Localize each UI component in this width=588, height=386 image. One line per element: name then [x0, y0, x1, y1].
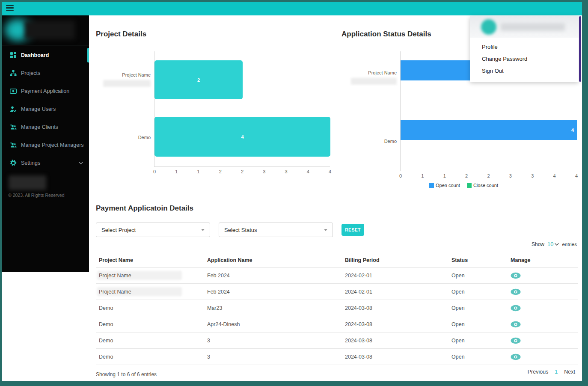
table-row: DemoApr24-Dinesh2024-03-08Open: [96, 316, 578, 333]
chevron-down-icon: [79, 162, 83, 164]
app-logo: [2, 15, 89, 45]
x-tick-label: 1: [443, 173, 446, 178]
project-name-cell: Demo: [99, 321, 113, 327]
status-cell: Open: [451, 289, 465, 295]
x-tick-label: 3: [285, 169, 287, 174]
payment-section-title: Payment Applicatoin Details: [96, 204, 193, 213]
entries-count-select[interactable]: 10: [547, 241, 559, 247]
menu-item-profile[interactable]: Profile: [470, 41, 579, 53]
view-application-button[interactable]: [511, 272, 521, 279]
legend-label: Open count: [436, 183, 460, 188]
menu-item-sign-out[interactable]: Sign Out: [470, 65, 579, 77]
project-name-cell: Demo: [99, 305, 113, 311]
application-name-cell: 3: [207, 338, 210, 344]
x-tick-label: 2: [241, 169, 244, 174]
dropdown-scrollbar[interactable]: [579, 16, 581, 82]
payment-applications-table: Project NameApplication NameBilling Peri…: [96, 253, 578, 365]
eye-icon: [511, 337, 521, 344]
previous-page-button[interactable]: Previous: [528, 369, 549, 375]
sidebar-item-label: Settings: [21, 160, 40, 166]
active-indicator: [87, 48, 89, 62]
view-application-button[interactable]: [511, 305, 521, 312]
column-header-project-name: Project Name: [99, 257, 133, 263]
current-page-button[interactable]: 1: [555, 369, 558, 375]
x-tick-label: 4: [553, 173, 556, 178]
application-name-cell: Mar23: [207, 305, 222, 311]
table-row: Demo32024-03-08Open: [96, 333, 578, 349]
select-status-dropdown[interactable]: Select Status: [219, 223, 333, 237]
status-cell: Open: [451, 305, 465, 311]
column-header-status: Status: [451, 257, 468, 263]
chart-legend: Open countClose count: [350, 183, 577, 188]
view-application-button[interactable]: [511, 337, 521, 344]
x-tick-label: 4: [329, 169, 331, 174]
x-tick-label: 3: [531, 173, 534, 178]
view-application-button[interactable]: [511, 288, 521, 295]
bar-project-name: 2: [154, 60, 243, 99]
table-row: Project NameFeb 20242024-02-01Open: [96, 267, 578, 284]
sidebar-item-label: Manage Project Managers: [21, 142, 84, 148]
pagination: Previous 1 Next: [528, 369, 575, 375]
table-header-row: Project NameApplication NameBilling Peri…: [96, 253, 578, 267]
dashboard-icon: [10, 52, 17, 59]
category-label: Project Name: [122, 72, 151, 77]
select-project-dropdown[interactable]: Select Project: [96, 223, 210, 237]
project-name-cell: Project Name: [99, 289, 131, 295]
reset-button[interactable]: RESET: [342, 224, 364, 236]
project-details-title: Project Details: [96, 30, 146, 39]
sidebar-item-projects[interactable]: Projects: [2, 64, 89, 82]
project-name-cell: Demo: [99, 354, 113, 360]
manage-users-icon: [10, 106, 17, 113]
entries-label: entries: [562, 242, 577, 247]
table-row: Project NameFeb 20242024-02-01Open: [96, 284, 578, 300]
sidebar-item-settings[interactable]: Settings: [2, 154, 89, 172]
sidebar-item-dashboard[interactable]: Dashboard: [2, 46, 89, 64]
status-cell: Open: [451, 273, 465, 279]
view-application-button[interactable]: [511, 353, 521, 360]
sidebar-item-payment-application[interactable]: Payment Application: [2, 82, 89, 100]
sidebar-item-label: Manage Users: [21, 106, 56, 112]
next-page-button[interactable]: Next: [564, 369, 575, 375]
show-entries-control: Show 10 entries: [532, 241, 577, 247]
user-name-redacted: [501, 23, 565, 31]
user-dropdown-menu: ProfileChange PasswordSign Out: [470, 16, 579, 82]
menu-item-change-password[interactable]: Change Password: [470, 53, 579, 65]
show-label: Show: [532, 241, 544, 247]
settings-icon: [10, 160, 17, 166]
column-header-application-name: Application Name: [207, 257, 252, 263]
bar-demo: 4: [154, 117, 330, 157]
status-cell: Open: [451, 354, 465, 360]
column-header-manage: Manage: [511, 257, 531, 263]
sidebar-item-label: Payment Application: [21, 88, 69, 94]
view-application-button[interactable]: [511, 321, 521, 328]
billing-period-cell: 2024-03-08: [345, 305, 372, 311]
chevron-down-icon: [324, 229, 327, 231]
chevron-down-icon: [555, 243, 559, 246]
manage-clients-icon: [10, 124, 17, 131]
hamburger-menu-icon[interactable]: [6, 5, 14, 11]
sidebar: DashboardProjectsPayment ApplicationMana…: [2, 15, 89, 272]
sidebar-item-manage-clients[interactable]: Manage Clients: [2, 118, 89, 136]
category-label: Demo: [138, 135, 151, 140]
sidebar-nav: DashboardProjectsPayment ApplicationMana…: [2, 46, 89, 172]
application-name-cell: Apr24-Dinesh: [207, 321, 240, 327]
eye-icon: [511, 288, 521, 295]
x-tick-label: 2: [219, 169, 222, 174]
application-name-cell: Feb 2024: [207, 273, 230, 279]
logo-redacted-text: [24, 21, 75, 39]
sidebar-item-manage-project-managers[interactable]: Manage Project Managers: [2, 136, 89, 154]
billing-period-cell: 2024-03-08: [345, 354, 372, 360]
app-frame: DashboardProjectsPayment ApplicationMana…: [2, 2, 582, 381]
x-axis-ticks: 011223344: [401, 173, 576, 179]
sidebar-user-redacted: [9, 175, 46, 190]
status-cell: Open: [451, 321, 465, 327]
eye-icon: [511, 321, 521, 328]
x-tick-label: 1: [421, 173, 424, 178]
topbar: [2, 2, 582, 15]
bar-value-label: 2: [197, 77, 200, 83]
x-axis-ticks: 011223344: [154, 169, 330, 175]
bar-demo: 4: [401, 120, 577, 140]
sidebar-item-manage-users[interactable]: Manage Users: [2, 100, 89, 118]
legend-swatch: [429, 183, 434, 188]
status-cell: Open: [451, 338, 465, 344]
